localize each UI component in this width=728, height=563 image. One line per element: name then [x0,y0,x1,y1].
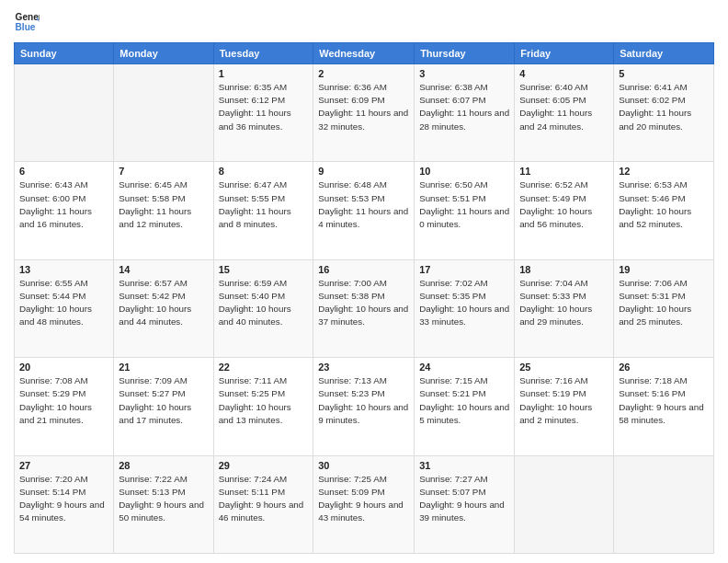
day-number: 9 [318,166,409,177]
svg-text:Blue: Blue [16,22,36,32]
calendar-cell: 1Sunrise: 6:35 AM Sunset: 6:12 PM Daylig… [213,64,313,162]
calendar-cell: 4Sunrise: 6:40 AM Sunset: 6:05 PM Daylig… [515,64,614,162]
day-info: Sunrise: 7:09 AM Sunset: 5:27 PM Dayligh… [119,374,208,427]
day-info: Sunrise: 6:50 AM Sunset: 5:51 PM Dayligh… [419,178,509,231]
page-header: General Blue [14,9,714,35]
day-info: Sunrise: 6:55 AM Sunset: 5:44 PM Dayligh… [19,277,108,329]
calendar-cell: 8Sunrise: 6:47 AM Sunset: 5:55 PM Daylig… [213,162,313,259]
day-number: 7 [119,166,208,177]
calendar-cell: 15Sunrise: 6:59 AM Sunset: 5:40 PM Dayli… [213,259,313,357]
calendar-cell: 25Sunrise: 7:16 AM Sunset: 5:19 PM Dayli… [515,358,614,455]
day-number: 1 [219,68,309,79]
day-info: Sunrise: 6:43 AM Sunset: 6:00 PM Dayligh… [19,178,108,231]
day-info: Sunrise: 7:11 AM Sunset: 5:25 PM Dayligh… [219,374,309,427]
day-info: Sunrise: 7:20 AM Sunset: 5:14 PM Dayligh… [19,473,108,525]
logo-icon: General Blue [14,9,40,35]
day-info: Sunrise: 6:45 AM Sunset: 5:58 PM Dayligh… [119,178,208,231]
calendar-cell: 14Sunrise: 6:57 AM Sunset: 5:42 PM Dayli… [114,259,213,357]
logo: General Blue [14,9,40,35]
calendar-cell: 13Sunrise: 6:55 AM Sunset: 5:44 PM Dayli… [15,259,114,357]
day-number: 4 [519,68,609,79]
day-number: 3 [419,68,509,79]
day-number: 23 [318,362,409,373]
day-number: 16 [318,264,409,275]
day-number: 8 [219,166,309,177]
day-info: Sunrise: 7:08 AM Sunset: 5:29 PM Dayligh… [19,374,108,427]
day-info: Sunrise: 7:18 AM Sunset: 5:16 PM Dayligh… [619,374,709,427]
calendar-cell: 16Sunrise: 7:00 AM Sunset: 5:38 PM Dayli… [313,259,415,357]
day-info: Sunrise: 6:47 AM Sunset: 5:55 PM Dayligh… [219,178,309,231]
calendar-cell: 29Sunrise: 7:24 AM Sunset: 5:11 PM Dayli… [213,455,313,553]
calendar-cell: 30Sunrise: 7:25 AM Sunset: 5:09 PM Dayli… [313,455,415,553]
day-info: Sunrise: 6:35 AM Sunset: 6:12 PM Dayligh… [219,81,309,133]
day-number: 6 [19,166,108,177]
day-info: Sunrise: 6:36 AM Sunset: 6:09 PM Dayligh… [318,81,409,133]
day-number: 20 [19,362,108,373]
day-number: 2 [318,68,409,79]
day-number: 15 [219,264,309,275]
calendar-cell: 27Sunrise: 7:20 AM Sunset: 5:14 PM Dayli… [15,455,114,553]
calendar-cell: 23Sunrise: 7:13 AM Sunset: 5:23 PM Dayli… [313,358,415,455]
day-info: Sunrise: 6:38 AM Sunset: 6:07 PM Dayligh… [419,81,509,133]
calendar-cell: 12Sunrise: 6:53 AM Sunset: 5:46 PM Dayli… [614,162,714,259]
day-info: Sunrise: 7:13 AM Sunset: 5:23 PM Dayligh… [318,374,409,427]
calendar-cell: 2Sunrise: 6:36 AM Sunset: 6:09 PM Daylig… [313,64,415,162]
calendar-cell [15,64,114,162]
day-info: Sunrise: 7:06 AM Sunset: 5:31 PM Dayligh… [619,277,709,329]
calendar-cell: 21Sunrise: 7:09 AM Sunset: 5:27 PM Dayli… [114,358,213,455]
day-info: Sunrise: 7:00 AM Sunset: 5:38 PM Dayligh… [318,277,409,329]
calendar-cell: 26Sunrise: 7:18 AM Sunset: 5:16 PM Dayli… [614,358,714,455]
day-number: 25 [519,362,609,373]
calendar-cell [614,455,714,553]
day-info: Sunrise: 6:48 AM Sunset: 5:53 PM Dayligh… [318,178,409,231]
day-info: Sunrise: 7:22 AM Sunset: 5:13 PM Dayligh… [119,473,208,525]
day-number: 10 [419,166,509,177]
calendar-cell: 7Sunrise: 6:45 AM Sunset: 5:58 PM Daylig… [114,162,213,259]
calendar-table: SundayMondayTuesdayWednesdayThursdayFrid… [14,42,714,554]
day-info: Sunrise: 7:27 AM Sunset: 5:07 PM Dayligh… [419,473,509,525]
calendar-cell: 22Sunrise: 7:11 AM Sunset: 5:25 PM Dayli… [213,358,313,455]
day-info: Sunrise: 6:40 AM Sunset: 6:05 PM Dayligh… [519,81,609,133]
weekday-header: Tuesday [213,43,313,64]
calendar-cell: 5Sunrise: 6:41 AM Sunset: 6:02 PM Daylig… [614,64,714,162]
day-info: Sunrise: 7:02 AM Sunset: 5:35 PM Dayligh… [419,277,509,329]
calendar-cell: 18Sunrise: 7:04 AM Sunset: 5:33 PM Dayli… [515,259,614,357]
calendar-cell [515,455,614,553]
day-info: Sunrise: 6:59 AM Sunset: 5:40 PM Dayligh… [219,277,309,329]
day-info: Sunrise: 7:24 AM Sunset: 5:11 PM Dayligh… [219,473,309,525]
calendar-cell: 28Sunrise: 7:22 AM Sunset: 5:13 PM Dayli… [114,455,213,553]
day-info: Sunrise: 6:57 AM Sunset: 5:42 PM Dayligh… [119,277,208,329]
day-number: 5 [619,68,709,79]
calendar-cell: 24Sunrise: 7:15 AM Sunset: 5:21 PM Dayli… [415,358,515,455]
calendar-cell: 3Sunrise: 6:38 AM Sunset: 6:07 PM Daylig… [415,64,515,162]
day-number: 30 [318,460,409,471]
day-info: Sunrise: 6:53 AM Sunset: 5:46 PM Dayligh… [619,178,709,231]
calendar-cell: 11Sunrise: 6:52 AM Sunset: 5:49 PM Dayli… [515,162,614,259]
day-number: 22 [219,362,309,373]
day-number: 27 [19,460,108,471]
calendar-cell [114,64,213,162]
calendar-cell: 6Sunrise: 6:43 AM Sunset: 6:00 PM Daylig… [15,162,114,259]
calendar-cell: 19Sunrise: 7:06 AM Sunset: 5:31 PM Dayli… [614,259,714,357]
day-info: Sunrise: 6:41 AM Sunset: 6:02 PM Dayligh… [619,81,709,133]
day-info: Sunrise: 7:04 AM Sunset: 5:33 PM Dayligh… [519,277,609,329]
day-number: 26 [619,362,709,373]
calendar-cell: 20Sunrise: 7:08 AM Sunset: 5:29 PM Dayli… [15,358,114,455]
day-number: 13 [19,264,108,275]
day-number: 12 [619,166,709,177]
day-number: 11 [519,166,609,177]
day-info: Sunrise: 7:25 AM Sunset: 5:09 PM Dayligh… [318,473,409,525]
svg-text:General: General [16,12,40,22]
day-info: Sunrise: 7:15 AM Sunset: 5:21 PM Dayligh… [419,374,509,427]
day-info: Sunrise: 7:16 AM Sunset: 5:19 PM Dayligh… [519,374,609,427]
weekday-header: Thursday [415,43,515,64]
day-number: 14 [119,264,208,275]
day-number: 29 [219,460,309,471]
day-number: 19 [619,264,709,275]
weekday-header: Saturday [614,43,714,64]
day-number: 21 [119,362,208,373]
day-number: 28 [119,460,208,471]
day-number: 24 [419,362,509,373]
weekday-header: Sunday [15,43,114,64]
day-number: 18 [519,264,609,275]
